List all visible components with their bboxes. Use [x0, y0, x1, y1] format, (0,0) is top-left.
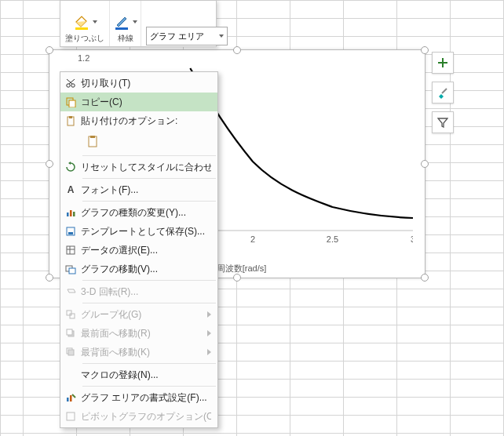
- svg-point-7: [71, 84, 75, 87]
- menu-separator: [82, 201, 216, 202]
- paste-options-row: [60, 130, 217, 154]
- brush-icon: [436, 86, 449, 99]
- select-data-icon: [60, 245, 81, 256]
- menu-select-data[interactable]: データの選択(E)...: [60, 241, 217, 260]
- save-template-icon: [60, 226, 81, 237]
- menu-font[interactable]: A フォント(F)...: [60, 180, 217, 199]
- menu-label: グラフの移動(V)...: [81, 263, 211, 276]
- resize-handle[interactable]: [421, 160, 429, 168]
- menu-label: グラフの種類の変更(Y)...: [81, 206, 211, 220]
- x-tick-label: 2.5: [327, 234, 338, 242]
- svg-rect-13: [69, 116, 72, 118]
- bring-front-icon: [60, 328, 81, 339]
- menu-separator: [82, 280, 216, 281]
- resize-handle[interactable]: [421, 46, 429, 54]
- x-tick-label: 3: [411, 234, 413, 242]
- menu-separator: [82, 155, 216, 156]
- outline-color-button[interactable]: 枠線: [109, 1, 141, 46]
- paste-option-default[interactable]: [82, 131, 104, 153]
- svg-rect-27: [70, 314, 75, 318]
- menu-reset-style[interactable]: リセットしてスタイルに合わせる(A): [60, 158, 217, 176]
- chart-element-selector[interactable]: グラフ エリア: [146, 27, 228, 45]
- menu-3d-rotate: 3-D 回転(R)...: [60, 282, 217, 301]
- mini-toolbar: 塗りつぶし 枠線 グラフ エリア: [60, 0, 217, 47]
- resize-handle[interactable]: [233, 274, 241, 282]
- resize-handle[interactable]: [421, 274, 429, 282]
- menu-pivot-chart-options: ピボットグラフのオプション(O)...: [60, 407, 217, 426]
- resize-handle[interactable]: [46, 274, 53, 282]
- svg-rect-29: [67, 329, 72, 335]
- menu-label: グループ化(G): [81, 308, 203, 322]
- menu-label: コピー(C): [81, 96, 211, 109]
- menu-label: フォント(F)...: [81, 183, 211, 197]
- fill-color-button[interactable]: 塗りつぶし: [60, 1, 109, 46]
- scissors-icon: [60, 78, 81, 89]
- menu-separator: [82, 363, 216, 364]
- svg-rect-34: [67, 412, 75, 420]
- chart-styles-button[interactable]: [432, 82, 454, 104]
- copy-icon: [60, 96, 81, 107]
- chevron-down-icon: [219, 35, 224, 38]
- chart-filter-button[interactable]: [432, 111, 454, 133]
- pivot-icon: [60, 411, 81, 422]
- resize-handle[interactable]: [46, 160, 53, 168]
- resize-handle[interactable]: [46, 46, 53, 54]
- reset-icon: [60, 162, 81, 173]
- menu-label: データの選択(E)...: [81, 244, 211, 257]
- menu-separator: [82, 303, 216, 303]
- font-icon: A: [60, 184, 81, 195]
- menu-label: グラフ エリアの書式設定(F)...: [81, 391, 211, 405]
- menu-move-chart[interactable]: グラフの移動(V)...: [60, 260, 217, 278]
- svg-rect-4: [75, 27, 88, 30]
- menu-separator: [82, 386, 216, 387]
- chart-element-selector-value: グラフ エリア: [150, 31, 204, 42]
- resize-handle[interactable]: [233, 46, 241, 54]
- menu-bring-front: 最前面へ移動(R): [60, 324, 217, 343]
- svg-rect-21: [67, 246, 75, 254]
- svg-rect-32: [67, 398, 69, 401]
- outline-label: 枠線: [116, 32, 135, 45]
- x-tick-label: 2: [250, 234, 255, 242]
- svg-rect-5: [115, 27, 128, 30]
- svg-rect-11: [69, 100, 75, 107]
- group-icon: [60, 309, 81, 320]
- rotate-3d-icon: [60, 286, 81, 297]
- submenu-arrow-icon: [207, 330, 211, 336]
- svg-rect-25: [69, 268, 75, 274]
- svg-rect-18: [73, 212, 75, 216]
- menu-paste-options-header: 貼り付けのオプション:: [60, 111, 217, 130]
- menu-label: マクロの登録(N)...: [81, 369, 211, 382]
- menu-cut[interactable]: 切り取り(T): [60, 74, 217, 93]
- menu-label: 最前面へ移動(R): [81, 327, 203, 340]
- menu-copy[interactable]: コピー(C): [60, 93, 217, 111]
- fill-label: 塗りつぶし: [64, 32, 106, 45]
- svg-rect-26: [67, 311, 71, 315]
- menu-assign-macro[interactable]: マクロの登録(N)...: [60, 365, 217, 384]
- menu-label: 切り取り(T): [81, 77, 211, 90]
- chart-add-element-button[interactable]: [432, 52, 454, 74]
- menu-label: 最背面へ移動(K): [81, 346, 203, 359]
- paint-bucket-icon: [73, 14, 90, 30]
- format-chart-icon: [60, 392, 81, 403]
- svg-rect-16: [67, 213, 69, 216]
- menu-change-chart-type[interactable]: グラフの種類の変更(Y)...: [60, 203, 217, 222]
- menu-save-template[interactable]: テンプレートとして保存(S)...: [60, 222, 217, 241]
- svg-rect-20: [68, 232, 73, 234]
- menu-label: 貼り付けのオプション:: [81, 114, 211, 128]
- svg-rect-31: [68, 350, 74, 355]
- menu-label: ピボットグラフのオプション(O)...: [81, 410, 211, 423]
- pen-outline-icon: [113, 14, 130, 30]
- plus-icon: [437, 57, 448, 68]
- svg-rect-33: [70, 395, 72, 401]
- submenu-arrow-icon: [207, 349, 211, 355]
- clipboard-paste-icon: [86, 135, 100, 149]
- menu-send-back: 最背面へ移動(K): [60, 343, 217, 362]
- menu-label: リセットしてスタイルに合わせる(A): [81, 161, 211, 174]
- send-back-icon: [60, 347, 81, 358]
- menu-format-chart-area[interactable]: グラフ エリアの書式設定(F)...: [60, 388, 217, 407]
- funnel-icon: [437, 117, 448, 128]
- move-chart-icon: [60, 263, 81, 274]
- clipboard-icon: [60, 115, 81, 126]
- svg-line-3: [442, 89, 447, 93]
- menu-group: グループ化(G): [60, 305, 217, 324]
